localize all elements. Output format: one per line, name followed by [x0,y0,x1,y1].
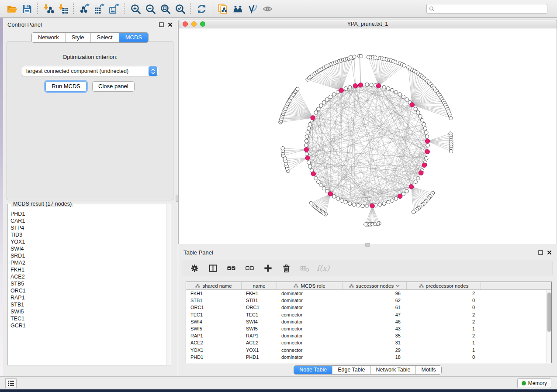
network-node[interactable] [332,93,336,96]
optimization-criterion-dropdown[interactable]: largest connected component (undirected) [22,66,158,76]
delete-button[interactable] [280,262,292,274]
column-header-name[interactable]: name [242,282,277,289]
network-graph[interactable] [179,28,557,244]
network-node[interactable] [419,114,422,118]
network-node[interactable] [449,116,453,120]
task-history-button[interactable] [5,378,17,388]
share-document-button[interactable] [215,2,230,16]
column-header-successor-nodes[interactable]: successor nodes [343,282,407,289]
mcds-result-item[interactable]: SWI4 [10,245,166,252]
network-node[interactable] [309,201,313,205]
memory-button[interactable]: Memory [517,378,551,388]
mcds-hub-node[interactable] [304,147,308,151]
network-node[interactable] [382,85,386,89]
mcds-result-item[interactable]: ACE2 [10,273,166,280]
mcds-hub-node[interactable] [376,83,381,88]
split-columns-button[interactable] [207,262,219,274]
network-node[interactable] [370,83,373,86]
mcds-result-item[interactable]: STB5 [10,280,166,287]
network-node[interactable] [340,199,343,202]
network-node[interactable] [365,83,369,86]
mcds-result-item[interactable]: GCR1 [10,322,166,329]
mcds-hub-node[interactable] [353,83,357,88]
mcds-hub-node[interactable] [425,139,429,143]
network-node[interactable] [412,210,415,213]
network-node[interactable] [314,111,318,114]
network-node[interactable] [308,122,312,126]
column-header-MCDS-role[interactable]: MCDS role [277,282,343,289]
mcds-hub-node[interactable] [398,194,402,198]
select-all-button[interactable] [225,262,237,274]
network-node[interactable] [305,152,308,156]
mcds-hub-node[interactable] [370,203,374,208]
table-tab-node-table[interactable]: Node Table [294,366,332,374]
table-tab-motifs[interactable]: Motifs [415,366,441,374]
mcds-result-item[interactable]: PMA2 [10,259,166,266]
network-node[interactable] [405,98,408,101]
float-panel-icon[interactable] [159,22,164,27]
table-row[interactable]: SWI5SWI5connector431 [186,325,546,332]
table-row[interactable]: RAP1RAP1dominator352 [186,332,546,339]
mcds-result-scrollbar[interactable] [166,204,171,365]
export-image-button[interactable] [107,2,121,16]
network-node[interactable] [394,90,398,94]
network-node[interactable] [359,54,363,58]
tab-mcds[interactable]: MCDS [119,33,148,42]
network-node[interactable] [305,135,308,138]
table-row[interactable]: PHD1PHD1dominator180 [186,354,546,361]
mcds-hub-node[interactable] [422,163,426,167]
network-node[interactable] [319,104,323,107]
network-node[interactable] [317,180,320,183]
zoom-in-button[interactable] [128,2,143,16]
mcds-hub-node[interactable] [311,172,315,176]
network-node[interactable] [361,204,364,207]
network-node[interactable] [416,111,420,114]
network-node[interactable] [317,107,320,111]
mcds-hub-node[interactable] [409,185,413,189]
splitter-grip[interactable] [365,243,370,247]
mcds-result-item[interactable]: STP4 [10,224,166,231]
zoom-fit-button[interactable] [158,2,173,16]
table-row[interactable]: TEC1TEC1connector472 [186,311,546,318]
mcds-hub-node[interactable] [311,116,315,120]
tab-style[interactable]: Style [65,33,90,42]
network-node[interactable] [425,135,429,138]
mcds-hub-node[interactable] [419,171,423,175]
network-node[interactable] [307,127,310,130]
mcds-result-item[interactable]: STB1 [10,301,166,308]
network-node[interactable] [308,165,312,168]
network-node[interactable] [423,127,427,130]
search-field[interactable] [426,4,547,14]
search-input[interactable] [435,5,545,13]
mcds-result-item[interactable]: PHD1 [10,210,166,217]
network-node[interactable] [336,197,339,200]
table-row[interactable]: ACE2ACE2connector311 [186,339,546,346]
mcds-hub-node[interactable] [358,83,363,87]
mcds-result-item[interactable]: SWI5 [10,308,166,315]
mcds-hub-node[interactable] [305,156,310,160]
scrollbar-thumb[interactable] [547,292,551,332]
table-tab-network-table[interactable]: Network Table [370,366,416,374]
export-network-button[interactable] [77,2,92,16]
mcds-result-list[interactable]: PHD1CAR1STP4TID3YOX1SWI4SRD1PMA2FKH1ACE2… [8,206,166,365]
run-mcds-button[interactable]: Run MCDS [45,81,86,92]
network-window-titlebar[interactable]: YPA_prune.txt_1 [178,20,557,28]
network-node[interactable] [344,200,347,204]
network-node[interactable] [425,131,428,134]
column-header-predecessor-nodes[interactable]: predecessor nodes [407,282,481,289]
network-node[interactable] [398,93,401,96]
table-row[interactable]: ORC1ORC1dominator610 [186,304,546,311]
network-node[interactable] [386,200,390,204]
network-node[interactable] [416,176,420,180]
table-settings-button[interactable] [188,262,201,274]
network-node[interactable] [348,85,352,89]
network-node[interactable] [414,180,417,183]
network-node[interactable] [401,95,405,99]
network-node[interactable] [402,64,406,67]
open-button[interactable] [4,2,19,16]
network-node[interactable] [356,203,360,207]
delete-column-button[interactable] [298,262,311,274]
float-panel-icon[interactable] [538,250,543,255]
graphics-details-button[interactable] [245,2,260,16]
network-node[interactable] [378,203,381,206]
